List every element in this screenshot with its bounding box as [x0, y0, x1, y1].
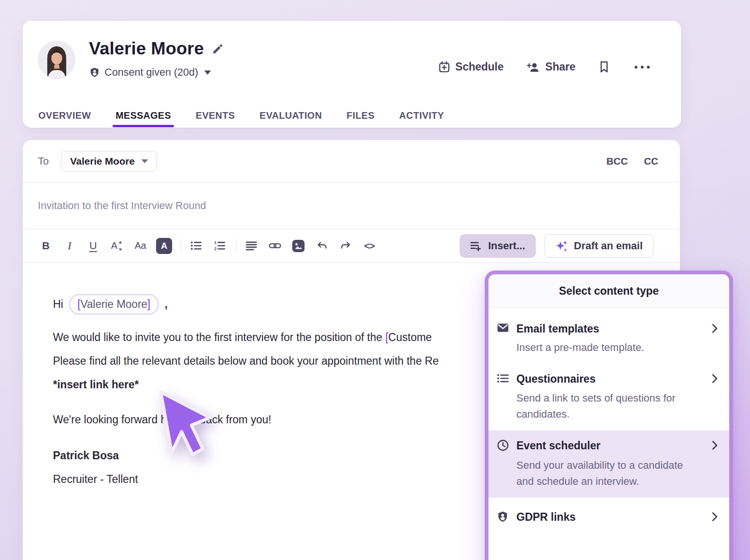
tab-files[interactable]: FILES	[347, 103, 375, 128]
bold-button[interactable]: B	[38, 238, 54, 254]
italic-button[interactable]: I	[61, 238, 78, 254]
tab-events[interactable]: EVENTS	[196, 103, 235, 128]
text-style-button[interactable]: Aa	[132, 238, 148, 254]
tab-overview[interactable]: OVERVIEW	[38, 103, 91, 128]
subject-field[interactable]: Invitation to the first Interview Round	[23, 183, 680, 229]
image-icon	[291, 239, 305, 253]
cursor-pointer-icon	[118, 377, 222, 472]
insert-label: Insert...	[488, 240, 525, 252]
person-plus-icon	[526, 61, 541, 73]
more-options-button[interactable]	[633, 66, 652, 69]
clock-icon	[497, 438, 516, 454]
consent-status[interactable]: Consent given (20d)	[89, 66, 211, 79]
draft-email-ai-button[interactable]: Draft an email	[544, 234, 654, 258]
schedule-button[interactable]: Schedule	[438, 61, 504, 73]
insert-content-button[interactable]: Insert...	[460, 234, 535, 258]
recipient-name: Valerie Moore	[70, 156, 135, 167]
popup-title: Select content type	[488, 274, 729, 308]
profile-tabs: OVERVIEW MESSAGES EVENTS EVALUATION FILE…	[38, 103, 444, 128]
tab-activity[interactable]: ACTIVITY	[399, 103, 444, 128]
menu-item-gdpr-links[interactable]: GDPR links	[488, 498, 729, 533]
link-button[interactable]	[267, 238, 283, 254]
insert-lines-plus-icon	[470, 241, 482, 251]
chevron-right-icon	[712, 372, 718, 385]
bcc-button[interactable]: BCC	[606, 156, 628, 167]
candidate-name: Valerie Moore	[89, 39, 204, 59]
recipient-caret-icon	[141, 159, 148, 163]
menu-item-email-templates[interactable]: Email templates Insert a pre-made templa…	[488, 314, 729, 364]
menu-item-questionnaires[interactable]: Questionnaires Send a link to sets of qu…	[488, 364, 729, 430]
toolbar-divider	[236, 239, 236, 253]
redo-icon	[340, 240, 351, 252]
link-icon	[269, 240, 281, 252]
schedule-label: Schedule	[455, 61, 504, 73]
code-view-button[interactable]: <>	[361, 238, 377, 254]
underline-button[interactable]: U	[85, 238, 101, 254]
to-label: To	[38, 155, 49, 167]
font-size-button[interactable]: A	[109, 238, 125, 254]
align-justify-icon	[245, 240, 257, 252]
candidate-header-card: Valerie Moore Consent given (20d) Schedu…	[23, 21, 681, 128]
cc-button[interactable]: CC	[644, 156, 658, 167]
draft-email-label: Draft an email	[574, 240, 643, 252]
bullet-list-button[interactable]	[188, 238, 204, 254]
greeting-text: Hi	[53, 298, 63, 311]
gdpr-shield-icon	[497, 510, 516, 525]
avatar[interactable]	[38, 41, 76, 79]
undo-button[interactable]	[314, 238, 330, 254]
redo-button[interactable]	[338, 238, 354, 254]
svg-text:2: 2	[214, 246, 217, 251]
calendar-plus-icon	[438, 61, 451, 73]
toolbar-divider	[181, 239, 181, 253]
tab-messages[interactable]: MESSAGES	[115, 103, 171, 128]
bullet-list-icon	[190, 240, 202, 252]
chevron-right-icon	[712, 322, 718, 335]
consent-shield-icon	[89, 67, 100, 78]
up-down-arrows-icon	[118, 241, 122, 251]
tab-evaluation[interactable]: EVALUATION	[260, 103, 322, 128]
recipient-row: To Valerie Moore BCC CC	[23, 140, 680, 183]
avatar-image	[38, 41, 76, 79]
chevron-right-icon	[712, 438, 718, 452]
share-label: Share	[545, 61, 576, 73]
envelope-icon	[497, 322, 516, 335]
select-content-type-popup: Select content type Email templates Inse…	[485, 271, 733, 560]
recipient-dropdown[interactable]: Valerie Moore	[61, 151, 157, 172]
numbered-list-button[interactable]: 1 2	[211, 238, 227, 254]
bookmark-icon[interactable]	[598, 61, 610, 73]
sparkles-icon	[555, 239, 568, 253]
share-button[interactable]: Share	[526, 61, 576, 73]
chevron-right-icon	[712, 510, 718, 524]
numbered-list-icon: 1 2	[214, 240, 226, 252]
questionnaire-list-icon	[497, 372, 516, 386]
svg-text:1: 1	[214, 240, 217, 245]
align-button[interactable]	[243, 238, 259, 254]
greeting-comma: ,	[165, 298, 167, 311]
merge-field-chip[interactable]: [Valerie Moore]	[69, 294, 159, 315]
consent-caret-icon	[204, 70, 211, 75]
insert-image-button[interactable]	[290, 238, 306, 254]
text-color-button[interactable]: A	[156, 238, 172, 254]
formatting-toolbar: B I U A Aa A 1 2	[23, 229, 680, 263]
menu-item-event-scheduler[interactable]: Event scheduler Send your availability t…	[488, 430, 729, 498]
consent-label: Consent given (20d)	[105, 66, 198, 79]
undo-icon	[316, 240, 328, 252]
edit-name-icon[interactable]	[211, 43, 224, 55]
